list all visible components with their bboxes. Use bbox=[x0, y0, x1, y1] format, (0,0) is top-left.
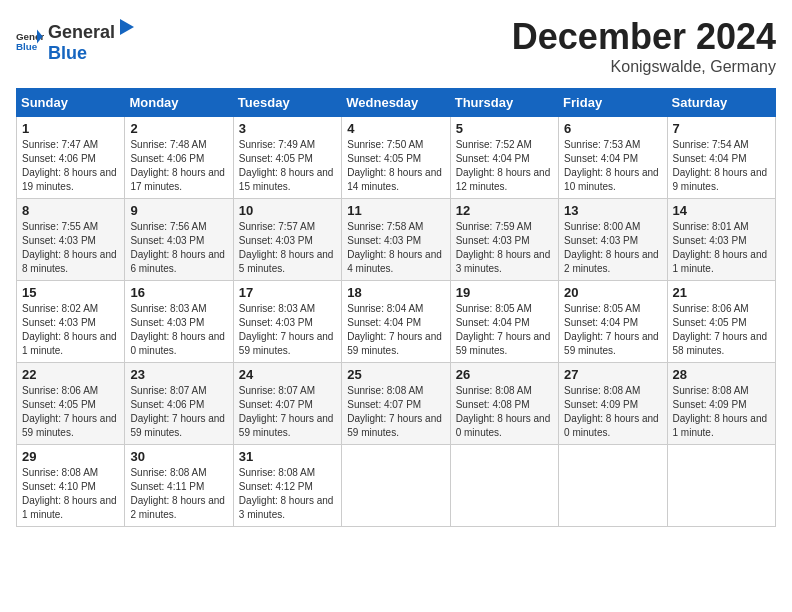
calendar-table: SundayMondayTuesdayWednesdayThursdayFrid… bbox=[16, 88, 776, 527]
calendar-cell-empty bbox=[450, 445, 558, 527]
calendar-row-2: 8Sunrise: 7:55 AM Sunset: 4:03 PM Daylig… bbox=[17, 199, 776, 281]
calendar-cell-23: 23Sunrise: 8:07 AM Sunset: 4:06 PM Dayli… bbox=[125, 363, 233, 445]
calendar-cell-30: 30Sunrise: 8:08 AM Sunset: 4:11 PM Dayli… bbox=[125, 445, 233, 527]
calendar-cell-22: 22Sunrise: 8:06 AM Sunset: 4:05 PM Dayli… bbox=[17, 363, 125, 445]
calendar-cell-10: 10Sunrise: 7:57 AM Sunset: 4:03 PM Dayli… bbox=[233, 199, 341, 281]
logo-blue: Blue bbox=[48, 43, 87, 63]
calendar-header-saturday: Saturday bbox=[667, 89, 775, 117]
logo: General Blue General Blue bbox=[16, 16, 137, 64]
calendar-cell-28: 28Sunrise: 8:08 AM Sunset: 4:09 PM Dayli… bbox=[667, 363, 775, 445]
calendar-cell-3: 3Sunrise: 7:49 AM Sunset: 4:05 PM Daylig… bbox=[233, 117, 341, 199]
calendar-cell-5: 5Sunrise: 7:52 AM Sunset: 4:04 PM Daylig… bbox=[450, 117, 558, 199]
calendar-cell-13: 13Sunrise: 8:00 AM Sunset: 4:03 PM Dayli… bbox=[559, 199, 667, 281]
calendar-cell-12: 12Sunrise: 7:59 AM Sunset: 4:03 PM Dayli… bbox=[450, 199, 558, 281]
calendar-cell-1: 1Sunrise: 7:47 AM Sunset: 4:06 PM Daylig… bbox=[17, 117, 125, 199]
calendar-cell-19: 19Sunrise: 8:05 AM Sunset: 4:04 PM Dayli… bbox=[450, 281, 558, 363]
calendar-cell-25: 25Sunrise: 8:08 AM Sunset: 4:07 PM Dayli… bbox=[342, 363, 450, 445]
logo-icon: General Blue bbox=[16, 26, 44, 54]
calendar-cell-14: 14Sunrise: 8:01 AM Sunset: 4:03 PM Dayli… bbox=[667, 199, 775, 281]
calendar-header-tuesday: Tuesday bbox=[233, 89, 341, 117]
calendar-header-sunday: Sunday bbox=[17, 89, 125, 117]
calendar-cell-7: 7Sunrise: 7:54 AM Sunset: 4:04 PM Daylig… bbox=[667, 117, 775, 199]
calendar-cell-31: 31Sunrise: 8:08 AM Sunset: 4:12 PM Dayli… bbox=[233, 445, 341, 527]
calendar-cell-16: 16Sunrise: 8:03 AM Sunset: 4:03 PM Dayli… bbox=[125, 281, 233, 363]
svg-text:Blue: Blue bbox=[16, 41, 38, 52]
calendar-cell-24: 24Sunrise: 8:07 AM Sunset: 4:07 PM Dayli… bbox=[233, 363, 341, 445]
logo-arrow-icon bbox=[116, 16, 136, 38]
calendar-row-1: 1Sunrise: 7:47 AM Sunset: 4:06 PM Daylig… bbox=[17, 117, 776, 199]
calendar-row-4: 22Sunrise: 8:06 AM Sunset: 4:05 PM Dayli… bbox=[17, 363, 776, 445]
logo-general: General bbox=[48, 22, 115, 43]
calendar-cell-20: 20Sunrise: 8:05 AM Sunset: 4:04 PM Dayli… bbox=[559, 281, 667, 363]
svg-marker-2 bbox=[120, 19, 134, 35]
calendar-cell-29: 29Sunrise: 8:08 AM Sunset: 4:10 PM Dayli… bbox=[17, 445, 125, 527]
calendar-cell-2: 2Sunrise: 7:48 AM Sunset: 4:06 PM Daylig… bbox=[125, 117, 233, 199]
calendar-cell-empty bbox=[342, 445, 450, 527]
calendar-row-5: 29Sunrise: 8:08 AM Sunset: 4:10 PM Dayli… bbox=[17, 445, 776, 527]
calendar-header-thursday: Thursday bbox=[450, 89, 558, 117]
calendar-cell-27: 27Sunrise: 8:08 AM Sunset: 4:09 PM Dayli… bbox=[559, 363, 667, 445]
calendar-cell-17: 17Sunrise: 8:03 AM Sunset: 4:03 PM Dayli… bbox=[233, 281, 341, 363]
calendar-cell-4: 4Sunrise: 7:50 AM Sunset: 4:05 PM Daylig… bbox=[342, 117, 450, 199]
calendar-header-wednesday: Wednesday bbox=[342, 89, 450, 117]
calendar-cell-8: 8Sunrise: 7:55 AM Sunset: 4:03 PM Daylig… bbox=[17, 199, 125, 281]
calendar-header-row: SundayMondayTuesdayWednesdayThursdayFrid… bbox=[17, 89, 776, 117]
calendar-cell-15: 15Sunrise: 8:02 AM Sunset: 4:03 PM Dayli… bbox=[17, 281, 125, 363]
calendar-cell-11: 11Sunrise: 7:58 AM Sunset: 4:03 PM Dayli… bbox=[342, 199, 450, 281]
header: General Blue General Blue December 2024 … bbox=[16, 16, 776, 76]
calendar-cell-empty bbox=[559, 445, 667, 527]
calendar-row-3: 15Sunrise: 8:02 AM Sunset: 4:03 PM Dayli… bbox=[17, 281, 776, 363]
calendar-cell-9: 9Sunrise: 7:56 AM Sunset: 4:03 PM Daylig… bbox=[125, 199, 233, 281]
title-area: December 2024 Konigswalde, Germany bbox=[512, 16, 776, 76]
calendar-cell-21: 21Sunrise: 8:06 AM Sunset: 4:05 PM Dayli… bbox=[667, 281, 775, 363]
calendar-header-monday: Monday bbox=[125, 89, 233, 117]
calendar-cell-empty bbox=[667, 445, 775, 527]
calendar-header-friday: Friday bbox=[559, 89, 667, 117]
month-title: December 2024 bbox=[512, 16, 776, 58]
location-title: Konigswalde, Germany bbox=[512, 58, 776, 76]
calendar-cell-6: 6Sunrise: 7:53 AM Sunset: 4:04 PM Daylig… bbox=[559, 117, 667, 199]
calendar-cell-26: 26Sunrise: 8:08 AM Sunset: 4:08 PM Dayli… bbox=[450, 363, 558, 445]
calendar-cell-18: 18Sunrise: 8:04 AM Sunset: 4:04 PM Dayli… bbox=[342, 281, 450, 363]
